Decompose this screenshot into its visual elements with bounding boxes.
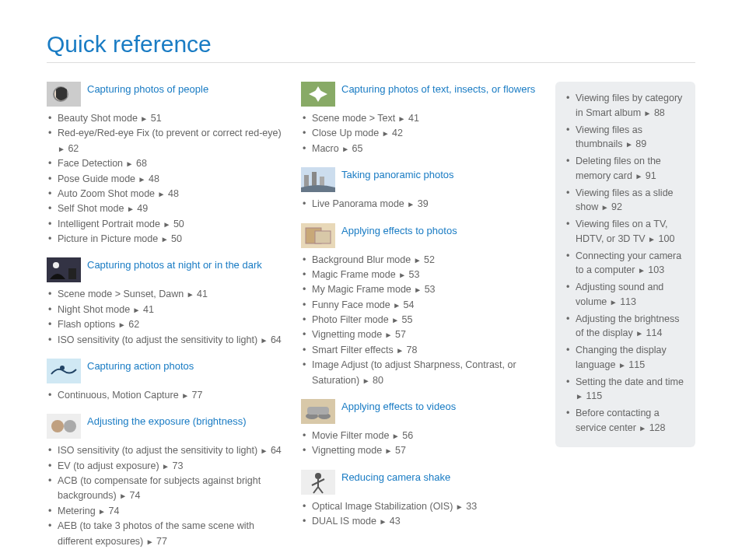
list-item[interactable]: Funny Face mode ► 54 [301, 298, 537, 313]
videoeffect-icon [301, 399, 335, 424]
arrow-icon: ► [379, 517, 387, 526]
svg-point-7 [60, 366, 65, 370]
section-title[interactable]: Capturing action photos [87, 359, 194, 373]
list-item[interactable]: Face Detection ► 68 [47, 156, 282, 171]
list-item[interactable]: Viewing files as a slide show ► 92 [565, 186, 686, 215]
list-item[interactable]: Pose Guide mode ► 48 [47, 172, 282, 187]
section-head: Applying effects to photos [301, 223, 537, 248]
list-item[interactable]: Macro ► 65 [301, 142, 537, 156]
list-item[interactable]: Vignetting mode ► 57 [301, 443, 537, 458]
item-page: 113 [618, 296, 636, 307]
list-item[interactable]: Live Panorama mode ► 39 [301, 197, 537, 212]
list-item[interactable]: Viewing files on a TV, HDTV, or 3D TV ► … [565, 217, 686, 247]
item-list: Background Blur mode ► 52Magic Frame mod… [301, 253, 537, 388]
section-title[interactable]: Applying effects to videos [341, 399, 456, 414]
list-item[interactable]: Movie Filter mode ► 56 [301, 429, 537, 443]
item-text: Metering [58, 506, 98, 516]
arrow-icon: ► [261, 336, 268, 345]
list-item[interactable]: Changing the display language ► 115 [565, 343, 686, 373]
item-page: 100 [656, 233, 674, 244]
item-page: 52 [422, 254, 435, 265]
section-title[interactable]: Applying effects to photos [341, 223, 457, 238]
section-title[interactable]: Capturing photos of people [87, 82, 208, 96]
item-page: 128 [646, 422, 665, 433]
list-item[interactable]: ACB (to compensate for subjects against … [47, 474, 282, 504]
item-page: 89 [633, 138, 646, 149]
arrow-icon: ► [126, 159, 134, 168]
section-title[interactable]: Reducing camera shake [341, 470, 450, 485]
page-title: Quick reference [47, 31, 695, 63]
item-text: Picture in Picture mode [58, 233, 161, 244]
list-item[interactable]: EV (to adjust exposure) ► 73 [47, 459, 282, 474]
section-title[interactable]: Taking panoramic photos [341, 167, 454, 182]
arrow-icon: ► [261, 446, 268, 455]
list-item[interactable]: Beauty Shot mode ► 51 [47, 111, 282, 126]
item-page: 48 [145, 173, 159, 184]
arrow-icon: ► [58, 145, 65, 153]
item-page: 65 [349, 143, 362, 154]
list-item[interactable]: Flash options ► 62 [47, 317, 282, 332]
list-item[interactable]: Scene mode > Text ► 41 [301, 111, 537, 126]
shake-icon [301, 470, 335, 495]
arrow-icon: ► [639, 424, 646, 432]
list-item[interactable]: Photo Filter mode ► 55 [301, 313, 537, 327]
item-text: Face Detection [58, 158, 126, 169]
list-item[interactable]: Deleting files on the memory card ► 91 [565, 154, 686, 184]
list-item[interactable]: Self Shot mode ► 49 [47, 201, 282, 216]
list-item[interactable]: Picture in Picture mode ► 50 [47, 232, 282, 247]
arrow-icon: ► [385, 446, 393, 455]
list-item[interactable]: Night Shot mode ► 41 [47, 303, 282, 317]
arrow-icon: ► [382, 129, 390, 138]
list-item[interactable]: Scene mode > Sunset, Dawn ► 41 [47, 287, 282, 302]
list-item[interactable]: Vignetting mode ► 57 [301, 327, 537, 342]
item-page: 55 [399, 314, 412, 325]
list-item[interactable]: Setting the date and time ► 115 [565, 375, 686, 404]
arrow-icon: ► [456, 502, 464, 511]
arrow-icon: ► [393, 301, 401, 310]
arrow-icon: ► [127, 205, 135, 213]
arrow-icon: ► [414, 256, 422, 264]
item-text: Funny Face mode [312, 299, 393, 310]
list-item[interactable]: Intelligent Portrait mode ► 50 [47, 217, 282, 232]
arrow-icon: ► [158, 190, 166, 198]
arrow-icon: ► [162, 462, 170, 471]
list-item[interactable]: Red-eye/Red-eye Fix (to prevent or corre… [47, 126, 282, 156]
arrow-icon: ► [396, 346, 404, 355]
list-item[interactable]: Viewing files by category in Smart album… [565, 91, 686, 121]
list-item[interactable]: Connecting your camera to a computer ► 1… [565, 249, 686, 278]
item-list: Scene mode > Text ► 41Close Up mode ► 42… [301, 111, 537, 156]
item-text: Continuous, Motion Capture [58, 390, 181, 401]
arrow-icon: ► [644, 109, 652, 117]
item-text: Viewing files as a slide show [576, 187, 674, 213]
list-item[interactable]: Background Blur mode ► 52 [301, 253, 537, 268]
arrow-icon: ► [576, 392, 583, 401]
section-title[interactable]: Adjusting the exposure (brightness) [87, 414, 247, 429]
list-item[interactable]: Metering ► 74 [47, 504, 282, 519]
item-page: 68 [133, 158, 146, 169]
list-item[interactable]: DUAL IS mode ► 43 [301, 514, 537, 529]
list-item[interactable]: Magic Frame mode ► 53 [301, 268, 537, 282]
section-title[interactable]: Capturing photos of text, insects, or fl… [341, 82, 535, 96]
list-item[interactable]: My Magic Frame mode ► 53 [301, 282, 537, 297]
list-item[interactable]: Continuous, Motion Capture ► 77 [47, 388, 282, 403]
section: Capturing photos of text, insects, or fl… [301, 82, 537, 156]
list-item[interactable]: Optical Image Stabilization (OIS) ► 33 [301, 499, 537, 514]
list-item[interactable]: Viewing files as thumbnails ► 89 [565, 123, 686, 152]
list-item[interactable]: ISO sensitivity (to adjust the sensitivi… [47, 333, 282, 348]
arrow-icon: ► [398, 271, 406, 279]
section-title[interactable]: Capturing photos at night or in the dark [87, 257, 262, 272]
item-text: My Magic Frame mode [312, 284, 414, 295]
list-item[interactable]: Image Adjust (to adjust Sharpness, Contr… [301, 358, 537, 388]
list-item[interactable]: Smart Filter effects ► 78 [301, 343, 537, 358]
list-item[interactable]: Before contacting a service center ► 128 [565, 406, 686, 436]
item-text: Intelligent Portrait mode [58, 219, 163, 229]
list-item[interactable]: Close Up mode ► 42 [301, 126, 537, 141]
list-item[interactable]: Adjusting sound and volume ► 113 [565, 280, 686, 310]
list-item[interactable]: Adjusting the brightness of the display … [565, 312, 686, 341]
list-item[interactable]: AEB (to take 3 photos of the same scene … [47, 519, 282, 549]
arrow-icon: ► [618, 361, 626, 369]
section: Capturing photos of peopleBeauty Shot mo… [47, 82, 282, 247]
item-page: 33 [464, 501, 477, 512]
list-item[interactable]: ISO sensitivity (to adjust the sensitivi… [47, 443, 282, 458]
list-item[interactable]: Auto Zoom Shot mode ► 48 [47, 187, 282, 201]
